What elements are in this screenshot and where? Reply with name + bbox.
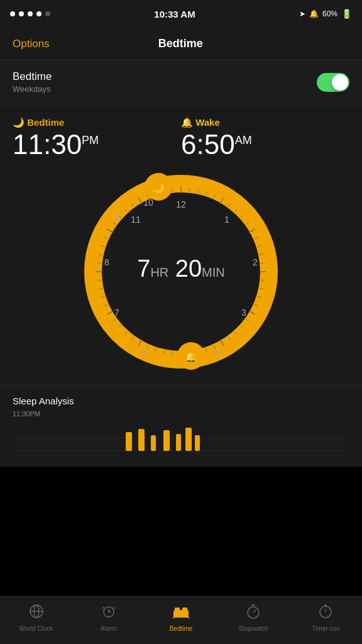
sleep-chart	[13, 423, 349, 460]
svg-rect-85	[185, 428, 192, 451]
wake-block: 🔔 Wake 6:50AM	[181, 117, 349, 158]
svg-rect-84	[176, 434, 181, 451]
stopwatch-label: Stopwatch	[239, 625, 268, 632]
clock-arc-svg: 12 1 2 3 4 5 6 7 8 9 10 11 7HR 20MIN 🌙 🔔	[80, 171, 282, 372]
svg-rect-95	[182, 608, 187, 611]
timer-label: Timer con	[312, 625, 339, 632]
wake-display[interactable]: 6:50AM	[181, 131, 349, 158]
clock-container[interactable]: 12 1 2 3 4 5 6 7 8 9 10 11 7HR 20MIN 🌙 🔔	[80, 171, 282, 372]
page-title: Bedtime	[158, 37, 203, 50]
svg-text:6: 6	[141, 347, 146, 357]
world-clock-icon	[29, 604, 44, 623]
svg-text:3: 3	[241, 308, 246, 318]
status-time: 10:33 AM	[154, 9, 195, 19]
bedtime-tab-icon	[172, 604, 190, 623]
svg-text:7: 7	[114, 308, 119, 318]
signal-dot-1	[10, 11, 15, 16]
bedtime-display[interactable]: 11:30PM	[13, 131, 181, 158]
toggle-knob	[332, 74, 348, 91]
bedtime-tab-label: Bedtime	[170, 625, 193, 632]
signal-dots	[10, 11, 50, 16]
svg-rect-94	[175, 608, 180, 611]
nav-header: Options Bedtime	[0, 28, 362, 60]
sleep-analysis-title: Sleep Analysis	[13, 396, 349, 406]
options-button[interactable]: Options	[13, 38, 50, 50]
tab-bedtime[interactable]: Bedtime	[145, 604, 217, 637]
signal-dot-2	[19, 11, 24, 16]
sleep-analysis: Sleep Analysis 11:30PM	[0, 385, 362, 467]
bedtime-sublabel: Weekdays	[13, 84, 52, 94]
bedtime-icon-label: 🌙 Bedtime	[13, 117, 181, 128]
sleep-chart-svg	[13, 423, 349, 460]
bedtime-toggle[interactable]	[317, 73, 349, 92]
svg-text:7HR 20MIN: 7HR 20MIN	[137, 255, 225, 282]
tab-alarm[interactable]: Alarm	[72, 604, 145, 637]
svg-text:11: 11	[131, 214, 141, 225]
bell-icon: 🔔	[181, 117, 193, 128]
signal-dot-4	[36, 11, 41, 16]
svg-text:2: 2	[253, 257, 258, 267]
svg-rect-82	[151, 435, 156, 451]
location-icon: ➤	[299, 9, 305, 18]
status-right: ➤ 🔔 60% 🔋	[299, 9, 352, 19]
svg-text:9: 9	[114, 212, 119, 222]
bedtime-toggle-row: Bedtime Weekdays	[0, 60, 362, 104]
bedtime-label: Bedtime	[13, 70, 52, 83]
signal-dot-3	[28, 11, 33, 16]
signal-dot-5	[45, 11, 50, 16]
bedtime-block: 🌙 Bedtime 11:30PM	[13, 117, 181, 158]
clock-section: 12 1 2 3 4 5 6 7 8 9 10 11 7HR 20MIN 🌙 🔔	[0, 165, 362, 385]
tab-stopwatch[interactable]: Stopwatch	[217, 604, 290, 637]
svg-text:🌙: 🌙	[152, 182, 165, 194]
tab-timer[interactable]: Timer con	[290, 604, 362, 637]
sleep-time-label: 11:30PM	[13, 410, 349, 418]
times-section: 🌙 Bedtime 11:30PM 🔔 Wake 6:50AM	[0, 104, 362, 165]
status-bar: 10:33 AM ➤ 🔔 60% 🔋	[0, 0, 362, 28]
svg-rect-80	[126, 432, 132, 451]
timer-icon	[318, 604, 333, 623]
svg-text:8: 8	[104, 257, 109, 267]
svg-text:4: 4	[215, 347, 220, 357]
tab-world-clock[interactable]: World Clock	[0, 604, 72, 637]
alarm-icon	[101, 604, 116, 623]
moon-icon: 🌙	[13, 117, 25, 128]
svg-text:1: 1	[224, 214, 229, 225]
svg-text:12: 12	[176, 199, 186, 209]
world-clock-label: World Clock	[19, 625, 53, 632]
alarm-label: Alarm	[101, 625, 117, 632]
battery-icon: 🔋	[341, 9, 352, 19]
svg-text:🔔: 🔔	[185, 351, 197, 363]
bedtime-label-group: Bedtime Weekdays	[13, 70, 52, 94]
alarm-status-icon: 🔔	[309, 9, 319, 18]
wake-icon-label: 🔔 Wake	[181, 117, 349, 128]
tab-bar: World Clock Alarm Bedtime	[0, 596, 362, 644]
svg-rect-83	[163, 430, 170, 451]
svg-line-101	[253, 610, 256, 613]
svg-rect-81	[138, 429, 145, 451]
battery-percent: 60%	[322, 9, 337, 18]
svg-rect-86	[195, 435, 200, 451]
stopwatch-icon	[246, 604, 261, 623]
